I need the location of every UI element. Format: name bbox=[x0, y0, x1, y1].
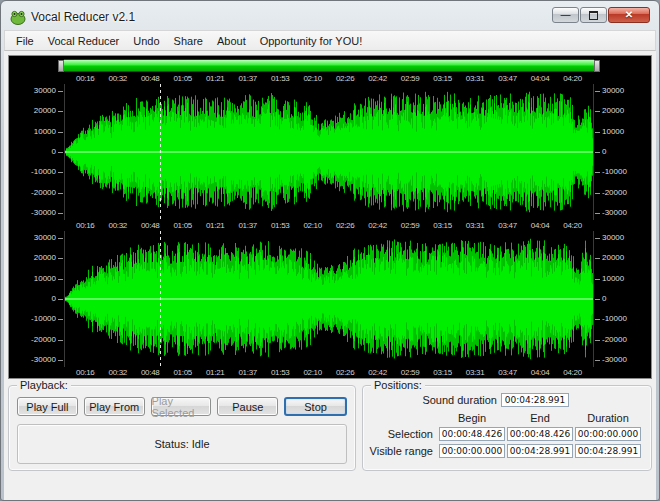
duration-header: Duration bbox=[575, 412, 641, 424]
time-label: 02:26 bbox=[336, 368, 355, 377]
time-label: 00:32 bbox=[108, 74, 127, 83]
maximize-button-icon[interactable] bbox=[580, 7, 607, 23]
begin-header: Begin bbox=[439, 412, 505, 424]
time-label: 02:10 bbox=[303, 221, 322, 230]
visible-range-row-label: Visible range bbox=[369, 445, 437, 457]
menu-file[interactable]: File bbox=[9, 33, 41, 49]
amplitude-label: 20000 bbox=[602, 254, 624, 262]
time-label: 03:47 bbox=[498, 368, 517, 377]
waveform-plot-right[interactable] bbox=[64, 231, 594, 367]
time-label: 00:32 bbox=[108, 368, 127, 377]
amplitude-scale-right: 3000020000100000-10000-20000-30000 bbox=[594, 84, 651, 220]
visible-range-end-value: 00:04:28.991 bbox=[507, 444, 573, 458]
waveform-canvas-left[interactable] bbox=[65, 84, 593, 220]
visible-range-duration-value: 00:04:28.991 bbox=[575, 444, 641, 458]
time-label: 01:37 bbox=[238, 74, 257, 83]
end-header: End bbox=[507, 412, 573, 424]
pause-button[interactable]: Pause bbox=[217, 397, 278, 416]
channel-left: 3000020000100000-10000-20000-30000 30000… bbox=[9, 84, 651, 220]
amplitude-label: -30000 bbox=[31, 356, 56, 364]
time-label: 00:48 bbox=[141, 368, 160, 377]
time-label: 01:05 bbox=[173, 221, 192, 230]
time-label: 03:47 bbox=[498, 74, 517, 83]
time-ruler-bottom: 00:1600:3200:4801:0501:2101:3701:5302:10… bbox=[9, 367, 651, 378]
time-label: 04:04 bbox=[531, 221, 550, 230]
amplitude-label: -30000 bbox=[31, 209, 56, 217]
time-label: 04:20 bbox=[563, 221, 582, 230]
amplitude-label: -10000 bbox=[602, 168, 627, 176]
selection-duration-value: 00:00:00.000 bbox=[575, 427, 641, 441]
sound-duration-value: 00:04:28.991 bbox=[501, 393, 569, 407]
time-label: 04:20 bbox=[563, 74, 582, 83]
playback-group: Playback: Play Full Play From Play Selec… bbox=[8, 385, 356, 471]
time-label: 04:04 bbox=[531, 74, 550, 83]
time-label: 01:05 bbox=[173, 368, 192, 377]
time-label: 02:26 bbox=[336, 74, 355, 83]
amplitude-label: 10000 bbox=[602, 275, 624, 283]
amplitude-label: -20000 bbox=[31, 336, 56, 344]
menu-share[interactable]: Share bbox=[167, 33, 210, 49]
time-label: 01:21 bbox=[206, 368, 225, 377]
amplitude-label: 0 bbox=[52, 295, 56, 303]
amplitude-label: 0 bbox=[602, 295, 606, 303]
time-label: 00:16 bbox=[76, 221, 95, 230]
selection-begin-value: 00:00:48.426 bbox=[439, 427, 505, 441]
time-label: 02:10 bbox=[303, 74, 322, 83]
close-button-icon[interactable]: ✕ bbox=[608, 7, 650, 23]
amplitude-scale-right-2: 3000020000100000-10000-20000-30000 bbox=[594, 231, 651, 367]
menu-bar: File Vocal Reducer Undo Share About Oppo… bbox=[4, 30, 656, 51]
amplitude-label: 30000 bbox=[602, 87, 624, 95]
amplitude-label: -10000 bbox=[602, 315, 627, 323]
selection-row-label: Selection bbox=[369, 428, 437, 440]
menu-opportunity[interactable]: Opportunity for YOU! bbox=[253, 33, 370, 49]
time-label: 03:31 bbox=[466, 368, 485, 377]
amplitude-label: -10000 bbox=[31, 168, 56, 176]
play-full-button[interactable]: Play Full bbox=[17, 397, 78, 416]
amplitude-label: 30000 bbox=[34, 234, 56, 242]
amplitude-label: -20000 bbox=[602, 189, 627, 197]
time-label: 03:15 bbox=[433, 74, 452, 83]
time-label: 02:10 bbox=[303, 368, 322, 377]
amplitude-label: 30000 bbox=[34, 87, 56, 95]
minimize-button-icon[interactable]: — bbox=[552, 7, 579, 23]
positions-group-label: Positions: bbox=[371, 379, 425, 391]
time-label: 01:53 bbox=[271, 74, 290, 83]
waveform-canvas-right[interactable] bbox=[65, 231, 593, 367]
status-box: Status: Idle bbox=[17, 424, 347, 464]
play-selected-button[interactable]: Play Selected bbox=[151, 397, 212, 416]
menu-undo[interactable]: Undo bbox=[126, 33, 166, 49]
amplitude-label: 20000 bbox=[34, 254, 56, 262]
time-label: 00:48 bbox=[141, 74, 160, 83]
visible-range-begin-value: 00:00:00.000 bbox=[439, 444, 505, 458]
time-label: 02:59 bbox=[401, 74, 420, 83]
time-label: 01:37 bbox=[238, 368, 257, 377]
waveform-plot-left[interactable] bbox=[64, 84, 594, 220]
amplitude-label: 10000 bbox=[34, 275, 56, 283]
app-icon bbox=[10, 9, 26, 25]
amplitude-label: -30000 bbox=[602, 356, 627, 364]
time-label: 02:42 bbox=[368, 74, 387, 83]
bottom-panel: Playback: Play Full Play From Play Selec… bbox=[4, 379, 656, 471]
time-label: 03:15 bbox=[433, 368, 452, 377]
title-bar[interactable]: Vocal Reducer v2.1 — ✕ bbox=[4, 1, 656, 30]
play-from-button[interactable]: Play From bbox=[84, 397, 145, 416]
amplitude-scale-left: 3000020000100000-10000-20000-30000 bbox=[9, 84, 64, 220]
amplitude-label: -20000 bbox=[602, 336, 627, 344]
time-label: 04:20 bbox=[563, 368, 582, 377]
stop-button[interactable]: Stop bbox=[284, 397, 347, 416]
overview-selection-bar[interactable] bbox=[64, 59, 594, 72]
time-label: 01:37 bbox=[238, 221, 257, 230]
time-label: 02:59 bbox=[401, 368, 420, 377]
time-label: 00:48 bbox=[141, 221, 160, 230]
menu-about[interactable]: About bbox=[210, 33, 253, 49]
maximize-glyph bbox=[589, 11, 598, 20]
overview-right-handle[interactable] bbox=[594, 60, 600, 72]
menu-vocal-reducer[interactable]: Vocal Reducer bbox=[41, 33, 127, 49]
time-label: 01:53 bbox=[271, 221, 290, 230]
time-label: 02:42 bbox=[368, 368, 387, 377]
time-label: 03:31 bbox=[466, 221, 485, 230]
amplitude-label: 30000 bbox=[602, 234, 624, 242]
time-label: 00:16 bbox=[76, 74, 95, 83]
time-ruler-top: 00:1600:3200:4801:0501:2101:3701:5302:10… bbox=[9, 73, 651, 84]
selection-end-value: 00:00:48.426 bbox=[507, 427, 573, 441]
